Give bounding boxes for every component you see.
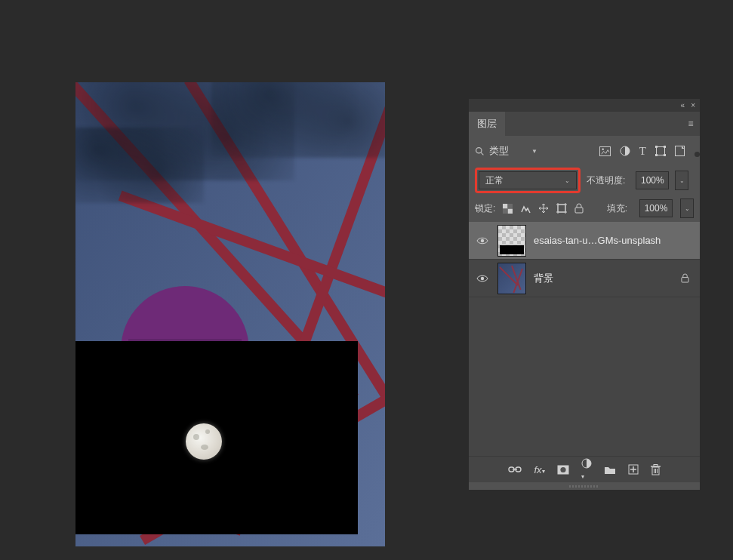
blend-mode-value: 正常: [485, 174, 504, 187]
new-group-icon[interactable]: [604, 465, 616, 475]
panel-resize-handle[interactable]: [469, 482, 700, 490]
close-icon[interactable]: ×: [691, 102, 695, 109]
add-mask-icon[interactable]: [557, 465, 569, 475]
svg-rect-13: [508, 208, 513, 214]
layers-empty-area[interactable]: [469, 297, 700, 456]
panel-titlebar: « ×: [469, 99, 700, 112]
opacity-input[interactable]: [636, 171, 669, 189]
filter-adjustment-icon[interactable]: [620, 146, 630, 156]
search-icon: [475, 146, 485, 156]
svg-point-3: [602, 148, 603, 149]
fill-label: 填充:: [607, 202, 627, 215]
fill-dropdown[interactable]: ⌄: [680, 198, 694, 218]
layers-panel: « × 图层 ≡ 类型 ▼: [469, 99, 700, 490]
menu-icon: ≡: [688, 118, 693, 129]
document-canvas[interactable]: [75, 82, 385, 546]
layer-row[interactable]: esaias-tan-u…GMs-unsplash: [469, 222, 700, 260]
panel-menu-button[interactable]: ≡: [682, 112, 700, 136]
layer-thumbnail[interactable]: [497, 225, 526, 257]
new-layer-icon[interactable]: [628, 464, 639, 475]
svg-rect-21: [575, 208, 583, 213]
layer-filter-row: 类型 ▼ T: [469, 136, 700, 166]
visibility-toggle[interactable]: [476, 236, 490, 245]
layer-thumbnail[interactable]: [497, 263, 526, 294]
svg-rect-6: [655, 146, 658, 148]
layers-list: esaias-tan-u…GMs-unsplash 背景: [469, 222, 700, 456]
blend-mode-select[interactable]: 正常 ⌄: [479, 171, 577, 189]
layer-name[interactable]: esaias-tan-u…GMs-unsplash: [534, 235, 692, 246]
layers-footer: fx▾ ▾: [469, 456, 700, 482]
svg-point-23: [481, 276, 484, 279]
svg-rect-14: [508, 204, 513, 209]
chevron-down-icon: ▼: [531, 148, 537, 155]
delete-layer-icon[interactable]: [651, 464, 661, 475]
blend-mode-highlight: 正常 ⌄: [475, 168, 581, 193]
svg-line-1: [481, 152, 483, 155]
fill-input[interactable]: [639, 199, 673, 217]
opacity-label: 不透明度:: [587, 174, 625, 187]
visibility-toggle[interactable]: [476, 274, 490, 283]
filter-pixel-icon[interactable]: [599, 146, 611, 156]
svg-rect-24: [682, 278, 688, 282]
filter-shape-icon[interactable]: [655, 146, 666, 156]
link-layers-icon[interactable]: [508, 465, 522, 474]
svg-rect-5: [657, 147, 665, 155]
lock-indicator-icon: [681, 273, 692, 283]
svg-rect-15: [503, 208, 508, 214]
kind-label: 类型: [489, 144, 509, 158]
lock-transparent-icon[interactable]: [503, 204, 513, 214]
blend-opacity-row: 正常 ⌄ 不透明度: ⌄: [469, 166, 700, 195]
filter-smart-icon[interactable]: [675, 146, 685, 156]
layer-row[interactable]: 背景: [469, 260, 700, 297]
svg-point-0: [476, 147, 482, 152]
lock-image-icon[interactable]: [520, 203, 531, 214]
opacity-dropdown[interactable]: ⌄: [675, 171, 688, 190]
layer-name[interactable]: 背景: [534, 272, 673, 285]
tab-layers[interactable]: 图层: [469, 112, 505, 136]
svg-rect-16: [558, 205, 565, 212]
lock-position-icon[interactable]: [538, 203, 549, 214]
svg-rect-12: [503, 204, 508, 209]
svg-point-29: [560, 466, 565, 472]
chevron-down-icon: ⌄: [565, 177, 570, 184]
lock-label: 锁定:: [475, 202, 495, 215]
tab-layers-label: 图层: [477, 117, 497, 131]
collapse-icon[interactable]: «: [681, 102, 685, 109]
lock-all-icon[interactable]: [574, 203, 584, 214]
svg-rect-9: [664, 154, 666, 156]
svg-rect-39: [654, 464, 658, 466]
lock-artboard-icon[interactable]: [556, 203, 567, 214]
svg-rect-7: [664, 146, 666, 148]
svg-rect-8: [655, 154, 658, 156]
top-layer-preview: [75, 341, 358, 534]
svg-point-22: [481, 238, 484, 242]
layer-kind-select[interactable]: 类型 ▼: [475, 141, 537, 161]
filter-type-icon[interactable]: T: [639, 145, 646, 158]
layer-fx-icon[interactable]: fx▾: [534, 464, 544, 475]
new-adjustment-icon[interactable]: ▾: [581, 458, 592, 481]
panel-tabs: 图层 ≡: [469, 112, 700, 136]
lock-fill-row: 锁定: 填充: ⌄: [469, 195, 700, 222]
